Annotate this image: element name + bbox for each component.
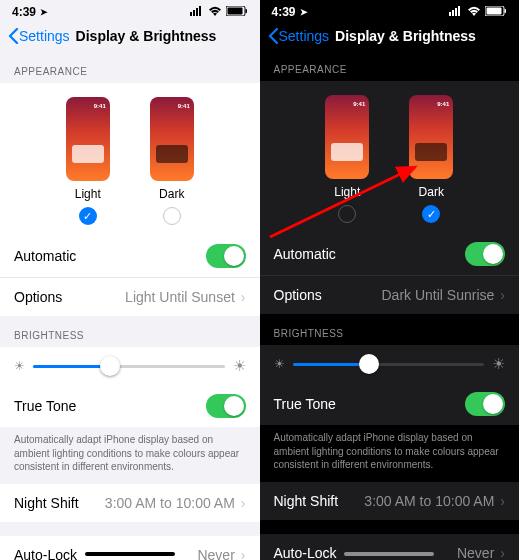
- light-radio[interactable]: [338, 205, 356, 223]
- autolock-row[interactable]: Auto-Lock Never ›: [0, 536, 260, 561]
- options-label: Options: [274, 287, 322, 303]
- phone-dark: 4:39 ➤ Settings Display & Brightness APP…: [260, 0, 520, 560]
- brightness-slider[interactable]: [33, 365, 225, 368]
- truetone-note: Automatically adapt iPhone display based…: [0, 427, 260, 484]
- wifi-icon: [467, 5, 481, 19]
- light-radio[interactable]: ✓: [79, 207, 97, 225]
- light-option-label: Light: [75, 187, 101, 201]
- back-label: Settings: [19, 28, 70, 44]
- svg-rect-7: [449, 12, 451, 16]
- autolock-detail: Never: [457, 545, 494, 561]
- appearance-option-dark[interactable]: 9:41 Dark ✓: [409, 95, 453, 223]
- light-preview-icon: 9:41: [325, 95, 369, 179]
- automatic-toggle[interactable]: [465, 242, 505, 266]
- chevron-right-icon: ›: [241, 289, 246, 305]
- truetone-note: Automatically adapt iPhone display based…: [260, 425, 520, 482]
- nightshift-row[interactable]: Night Shift 3:00 AM to 10:00 AM ›: [0, 484, 260, 522]
- dark-option-label: Dark: [419, 185, 444, 199]
- sun-high-icon: ☀︎: [492, 355, 505, 373]
- nav-title: Display & Brightness: [335, 28, 476, 44]
- light-option-label: Light: [334, 185, 360, 199]
- autolock-label: Auto-Lock: [14, 547, 77, 561]
- autolock-group: Auto-Lock Never ›: [0, 536, 260, 561]
- nightshift-label: Night Shift: [274, 493, 339, 509]
- back-button[interactable]: Settings: [8, 28, 70, 44]
- brightness-group: ☀︎ ☀︎ True Tone: [0, 347, 260, 427]
- options-label: Options: [14, 289, 62, 305]
- svg-rect-9: [455, 8, 457, 16]
- status-time: 4:39: [12, 5, 36, 19]
- dark-preview-icon: 9:41: [409, 95, 453, 179]
- nav-title: Display & Brightness: [76, 28, 217, 44]
- nightshift-row[interactable]: Night Shift 3:00 AM to 10:00 AM ›: [260, 482, 520, 520]
- nav-bar: Settings Display & Brightness: [260, 22, 520, 50]
- autolock-row[interactable]: Auto-Lock Never ›: [260, 534, 520, 561]
- status-bar: 4:39 ➤: [260, 0, 520, 22]
- appearance-group: 9:41 Light 9:41 Dark ✓ Automatic Options: [260, 81, 520, 314]
- truetone-row: True Tone: [260, 383, 520, 425]
- chevron-right-icon: ›: [241, 495, 246, 511]
- autolock-group: Auto-Lock Never ›: [260, 534, 520, 561]
- truetone-label: True Tone: [274, 396, 336, 412]
- chevron-left-icon: [268, 28, 279, 44]
- truetone-toggle[interactable]: [206, 394, 246, 418]
- home-indicator[interactable]: [344, 552, 434, 556]
- svg-rect-6: [245, 9, 247, 13]
- options-row[interactable]: Options Dark Until Sunrise ›: [260, 276, 520, 314]
- automatic-row: Automatic: [260, 233, 520, 276]
- automatic-label: Automatic: [274, 246, 336, 262]
- nightshift-label: Night Shift: [14, 495, 79, 511]
- chevron-right-icon: ›: [500, 287, 505, 303]
- nav-bar: Settings Display & Brightness: [0, 22, 260, 50]
- appearance-option-dark[interactable]: 9:41 Dark: [150, 97, 194, 225]
- signal-icon: [449, 5, 463, 19]
- back-label: Settings: [279, 28, 330, 44]
- automatic-label: Automatic: [14, 248, 76, 264]
- appearance-option-light[interactable]: 9:41 Light ✓: [66, 97, 110, 225]
- brightness-header: BRIGHTNESS: [0, 316, 260, 347]
- truetone-label: True Tone: [14, 398, 76, 414]
- appearance-option-light[interactable]: 9:41 Light: [325, 95, 369, 223]
- appearance-header: APPEARANCE: [0, 52, 260, 83]
- back-button[interactable]: Settings: [268, 28, 330, 44]
- sun-low-icon: ☀︎: [274, 357, 285, 371]
- truetone-row: True Tone: [0, 385, 260, 427]
- battery-icon: [485, 5, 507, 19]
- sun-low-icon: ☀︎: [14, 359, 25, 373]
- wifi-icon: [208, 5, 222, 19]
- options-row[interactable]: Options Light Until Sunset ›: [0, 278, 260, 316]
- brightness-header: BRIGHTNESS: [260, 314, 520, 345]
- nightshift-detail: 3:00 AM to 10:00 AM: [364, 493, 494, 509]
- dark-preview-icon: 9:41: [150, 97, 194, 181]
- dark-radio[interactable]: ✓: [422, 205, 440, 223]
- chevron-left-icon: [8, 28, 19, 44]
- options-detail: Light Until Sunset: [125, 289, 235, 305]
- chevron-right-icon: ›: [500, 545, 505, 561]
- status-time: 4:39: [272, 5, 296, 19]
- home-indicator[interactable]: [85, 552, 175, 556]
- automatic-toggle[interactable]: [206, 244, 246, 268]
- svg-rect-10: [458, 6, 460, 16]
- options-detail: Dark Until Sunrise: [382, 287, 495, 303]
- svg-rect-2: [196, 8, 198, 16]
- status-bar: 4:39 ➤: [0, 0, 260, 22]
- nightshift-detail: 3:00 AM to 10:00 AM: [105, 495, 235, 511]
- truetone-toggle[interactable]: [465, 392, 505, 416]
- dark-radio[interactable]: [163, 207, 181, 225]
- automatic-row: Automatic: [0, 235, 260, 278]
- location-services-icon: ➤: [40, 7, 48, 17]
- brightness-group: ☀︎ ☀︎ True Tone: [260, 345, 520, 425]
- svg-rect-1: [193, 10, 195, 16]
- svg-rect-0: [190, 12, 192, 16]
- brightness-slider[interactable]: [293, 363, 485, 366]
- autolock-label: Auto-Lock: [274, 545, 337, 561]
- svg-rect-8: [452, 10, 454, 16]
- phone-light: 4:39 ➤ Settings Display & Brightness APP…: [0, 0, 260, 560]
- svg-rect-5: [227, 8, 242, 15]
- nightshift-group: Night Shift 3:00 AM to 10:00 AM ›: [260, 482, 520, 520]
- autolock-detail: Never: [197, 547, 234, 561]
- location-services-icon: ➤: [300, 7, 308, 17]
- dark-option-label: Dark: [159, 187, 184, 201]
- svg-rect-3: [199, 6, 201, 16]
- signal-icon: [190, 5, 204, 19]
